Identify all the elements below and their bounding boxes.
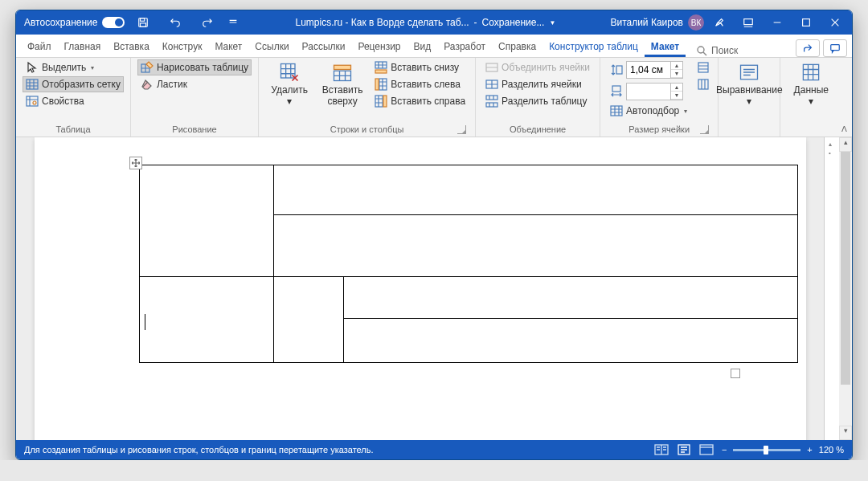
group-merge-label: Объединение	[482, 123, 593, 137]
svg-rect-6	[831, 45, 840, 51]
tab-view[interactable]: Вид	[407, 38, 438, 57]
tab-help[interactable]: Справка	[492, 38, 542, 57]
qat-redo-icon[interactable]	[194, 10, 221, 35]
group-merge: Объединить ячейки Разделить ячейки Разде…	[476, 58, 600, 137]
ribbon-display-icon[interactable]	[735, 10, 762, 35]
vertical-ruler: ▴•	[824, 137, 839, 440]
group-table-label: Таблица	[23, 123, 124, 137]
group-rc-label: Строки и столбцы	[265, 123, 469, 137]
comments-button[interactable]	[823, 39, 847, 57]
word-window: Автосохранение Lumpics.ru - Как в Ворде …	[15, 10, 853, 460]
tab-dev[interactable]: Разработ	[437, 38, 492, 57]
row-height[interactable]: ▲▼	[607, 59, 690, 80]
status-bar: Для создания таблицы и рисования строк, …	[16, 440, 852, 459]
save-status: Сохранение...	[482, 17, 545, 28]
distribute-rows-button[interactable]	[695, 59, 711, 75]
col-width-input[interactable]: ▲▼	[626, 83, 683, 100]
tab-refs[interactable]: Ссылки	[248, 38, 295, 57]
distribute-cols-button[interactable]	[695, 76, 711, 92]
user-name: Виталий Каиров	[610, 17, 683, 28]
svg-rect-27	[698, 63, 708, 72]
tab-table-design[interactable]: Конструктор таблиц	[542, 38, 645, 57]
svg-rect-2	[141, 23, 146, 26]
insert-right-button[interactable]: Вставить справа	[371, 93, 469, 109]
maximize-button[interactable]	[792, 10, 820, 35]
zoom-in-icon[interactable]: +	[807, 445, 812, 455]
properties-button[interactable]: Свойства	[23, 93, 124, 109]
svg-point-9	[33, 101, 36, 104]
document-area: ▴• ▴▾	[16, 137, 852, 440]
search-box[interactable]: Поиск	[695, 44, 738, 57]
tab-design[interactable]: Конструк	[156, 38, 209, 57]
select-button[interactable]: Выделить▾	[23, 59, 124, 75]
svg-point-5	[698, 47, 704, 53]
zoom-out-icon[interactable]: −	[722, 445, 727, 455]
insert-left-button[interactable]: Вставить слева	[371, 76, 469, 92]
eraser-button[interactable]: Ластик	[137, 76, 252, 92]
status-message: Для создания таблицы и рисования строк, …	[24, 445, 374, 455]
split-table-button[interactable]: Разделить таблицу	[482, 93, 593, 109]
insert-below-button[interactable]: Вставить снизу	[371, 59, 469, 75]
table-resize-handle[interactable]	[731, 369, 740, 378]
autofit-button[interactable]: Автоподбор▾	[607, 103, 690, 119]
svg-rect-33	[700, 445, 713, 455]
insert-above-button[interactable]: Вставить сверху	[318, 59, 366, 108]
svg-rect-25	[612, 86, 620, 92]
draw-table-button[interactable]: Нарисовать таблицу	[137, 59, 252, 75]
autosave-toggle[interactable]	[102, 17, 125, 28]
svg-rect-19	[383, 96, 387, 107]
group-rows-cols: Удалить▾ Вставить сверху Вставить снизу …	[259, 58, 476, 137]
web-layout-icon[interactable]	[699, 444, 714, 455]
tab-home[interactable]: Главная	[58, 38, 108, 57]
page	[35, 137, 806, 440]
minimize-button[interactable]	[764, 10, 791, 35]
qat-customize-icon[interactable]	[226, 10, 240, 35]
tab-review[interactable]: Рецензир	[351, 38, 407, 57]
qat-save-icon[interactable]	[129, 10, 157, 35]
close-button[interactable]	[821, 10, 849, 35]
svg-rect-28	[698, 79, 708, 89]
svg-rect-23	[486, 103, 497, 107]
collapse-ribbon-icon[interactable]: ᐱ	[841, 124, 847, 133]
view-gridlines-button[interactable]: Отобразить сетку	[23, 76, 124, 92]
data-button[interactable]: Данные▾	[787, 59, 835, 108]
tab-insert[interactable]: Вставка	[107, 38, 156, 57]
delete-button[interactable]: Удалить▾	[265, 59, 313, 108]
group-draw-label: Рисование	[137, 123, 252, 137]
zoom-slider[interactable]	[733, 449, 800, 451]
title-dropdown-icon[interactable]: ▼	[549, 19, 555, 26]
svg-rect-30	[804, 64, 819, 79]
print-layout-icon[interactable]	[677, 444, 691, 455]
svg-rect-24	[616, 66, 622, 74]
col-width[interactable]: ▲▼	[607, 81, 690, 102]
svg-rect-4	[803, 19, 810, 26]
user-avatar[interactable]: ВК	[688, 14, 704, 31]
page-scroll[interactable]	[16, 137, 824, 440]
split-cells-button[interactable]: Разделить ячейки	[482, 76, 593, 92]
tab-mail[interactable]: Рассылки	[296, 38, 352, 57]
tab-table-layout[interactable]: Макет	[645, 38, 686, 57]
read-mode-icon[interactable]	[654, 444, 669, 455]
zoom-value[interactable]: 120 %	[819, 445, 844, 455]
title-bar: Автосохранение Lumpics.ru - Как в Ворде …	[16, 10, 852, 35]
table-move-handle[interactable]	[129, 157, 142, 169]
alignment-button[interactable]: Выравнивание▾	[725, 59, 773, 108]
share-button[interactable]	[796, 39, 820, 57]
autosave-label: Автосохранение	[24, 17, 97, 28]
merge-cells-button: Объединить ячейки	[482, 59, 593, 75]
tab-layout[interactable]: Макет	[208, 38, 248, 57]
ribbon-draw-icon[interactable]	[706, 10, 733, 35]
svg-rect-1	[141, 18, 145, 22]
tab-file[interactable]: Файл	[21, 38, 58, 57]
vertical-scrollbar[interactable]: ▴▾	[839, 137, 852, 440]
zoom-control[interactable]: − + 120 %	[722, 445, 844, 455]
svg-rect-8	[27, 96, 38, 106]
ribbon-tabs: Файл Главная Вставка Конструк Макет Ссыл…	[16, 35, 852, 58]
search-placeholder: Поиск	[711, 45, 738, 56]
row-height-input[interactable]: ▲▼	[626, 61, 683, 79]
qat-undo-icon[interactable]	[162, 10, 189, 35]
document-table[interactable]	[139, 165, 798, 363]
svg-rect-15	[375, 70, 387, 73]
group-data: Данные▾	[780, 58, 841, 137]
svg-rect-26	[611, 106, 622, 116]
